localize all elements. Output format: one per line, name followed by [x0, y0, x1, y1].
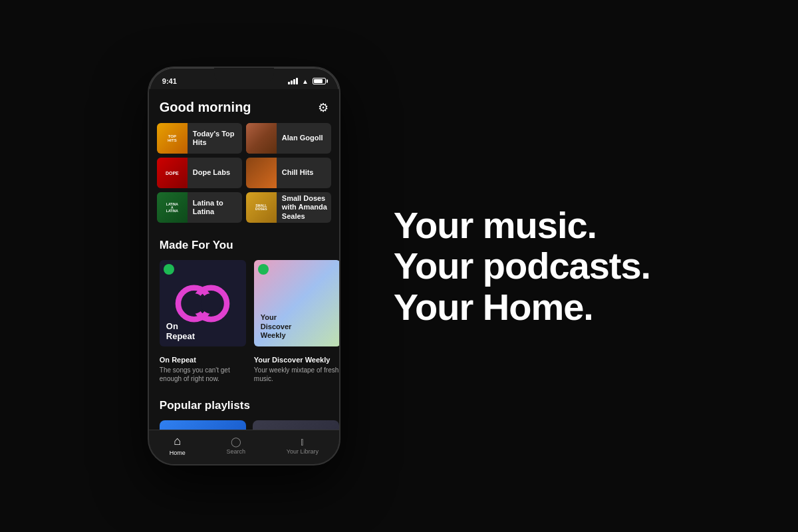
- on-repeat-name: On Repeat: [160, 356, 246, 364]
- spotify-logo-on-repeat: [164, 264, 174, 275]
- playlist-card-on-repeat[interactable]: OnRepeat: [160, 260, 246, 350]
- library-label: Your Library: [287, 448, 319, 455]
- quick-label-alan: Alan Gogoll: [282, 134, 323, 142]
- thumb-label-dope: DOPE: [166, 171, 179, 176]
- thumb-top-hits: TOPHITS: [157, 123, 188, 154]
- tagline-line1: Your music.: [394, 205, 650, 246]
- home-label: Home: [170, 450, 186, 456]
- settings-button[interactable]: ⚙: [318, 100, 329, 115]
- quick-label-chill: Chill Hits: [282, 168, 314, 177]
- quick-label-top-hits: Today's Top Hits: [193, 130, 242, 147]
- on-repeat-card-label: OnRepeat: [166, 321, 195, 341]
- library-icon: ⫿: [300, 436, 305, 447]
- svg-point-4: [201, 293, 221, 314]
- nav-search[interactable]: ◯ Search: [226, 436, 245, 455]
- content-header: Good morning ⚙: [149, 89, 339, 123]
- svg-point-0: [166, 266, 172, 273]
- battery-icon: [313, 78, 326, 84]
- quick-label-dope: Dope Labs: [193, 168, 230, 177]
- quick-item-latina[interactable]: LATINAALATINA Latina to Latina: [157, 192, 242, 223]
- quick-item-top-hits[interactable]: TOPHITS Today's Top Hits: [157, 123, 242, 154]
- popular-card-feelin-good[interactable]: Feelin' Good: [160, 420, 246, 430]
- thumb-label-latina: LATINAALATINA: [166, 203, 178, 213]
- nav-library[interactable]: ⫿ Your Library: [287, 436, 319, 455]
- label-discover: Your Discover Weekly Your weekly mixtape…: [254, 356, 339, 383]
- popular-playlists-title: Popular playlists: [149, 399, 339, 420]
- playlist-card-discover[interactable]: YourDiscoverWeekly: [254, 260, 339, 350]
- phone-body: 9:41 ▲ Good morning ⚙: [148, 66, 340, 466]
- tagline-line3: Your Home.: [394, 287, 650, 328]
- quick-access-grid: TOPHITS Today's Top Hits Alan Gogoll DOP…: [149, 123, 339, 223]
- quick-item-dope[interactable]: DOPE Dope Labs: [157, 158, 242, 188]
- thumb-latina: LATINAALATINA: [157, 192, 188, 223]
- phone-content[interactable]: Good morning ⚙ TOPHITS Today's Top Hits: [149, 89, 339, 430]
- bottom-nav: ⌂ Home ◯ Search ⫿ Your Library: [149, 430, 339, 464]
- made-for-you-labels: On Repeat The songs you can't get enough…: [149, 356, 339, 383]
- home-icon: ⌂: [174, 434, 181, 448]
- thumb-chill: [246, 158, 277, 188]
- thumb-alan: [246, 123, 277, 154]
- popular-playlists-scroll[interactable]: Feelin' Good Pumped Pop: [149, 420, 339, 430]
- quick-label-small: Small Doses with Amanda Seales: [282, 194, 331, 221]
- status-icons: ▲: [288, 78, 326, 85]
- on-repeat-desc: The songs you can't get enough of right …: [160, 366, 246, 383]
- quick-item-alan[interactable]: Alan Gogoll: [246, 123, 331, 154]
- discover-name: Your Discover Weekly: [254, 356, 339, 364]
- status-time: 9:41: [162, 77, 177, 85]
- tagline-section: Your music. Your podcasts. Your Home.: [394, 205, 650, 328]
- nav-home[interactable]: ⌂ Home: [170, 434, 186, 456]
- thumb-label: TOPHITS: [168, 134, 177, 142]
- made-for-you-cards[interactable]: OnRepeat YourDiscoverWeekly: [149, 260, 339, 350]
- scene: 9:41 ▲ Good morning ⚙: [0, 0, 798, 532]
- thumb-dope: DOPE: [157, 158, 188, 188]
- discover-weekly-card-text: YourDiscoverWeekly: [261, 313, 291, 340]
- made-for-you-title: Made For You: [149, 239, 339, 260]
- search-icon: ◯: [231, 436, 241, 447]
- search-label: Search: [226, 448, 245, 455]
- quick-item-chill[interactable]: Chill Hits: [246, 158, 331, 188]
- phone-mockup: 9:41 ▲ Good morning ⚙: [148, 66, 340, 466]
- spotify-logo-discover: [258, 264, 269, 275]
- quick-label-latina: Latina to Latina: [193, 199, 242, 216]
- tagline-line2: Your podcasts.: [394, 245, 650, 287]
- card-img-discover: YourDiscoverWeekly: [254, 260, 339, 346]
- greeting-text: Good morning: [160, 100, 251, 115]
- quick-item-small[interactable]: SMALLDOSES Small Doses with Amanda Seale…: [246, 192, 331, 223]
- discover-desc: Your weekly mixtape of fresh music.: [254, 366, 339, 383]
- thumb-label-small: SMALLDOSES: [255, 204, 267, 211]
- wifi-icon: ▲: [302, 78, 309, 85]
- thumb-small: SMALLDOSES: [246, 192, 277, 223]
- phone-notch: [214, 68, 274, 82]
- signal-icon: [288, 78, 298, 84]
- label-on-repeat: On Repeat The songs you can't get enough…: [160, 356, 246, 383]
- card-img-on-repeat: OnRepeat: [160, 260, 246, 346]
- popular-card-pumped-pop[interactable]: Pumped Pop: [253, 420, 339, 430]
